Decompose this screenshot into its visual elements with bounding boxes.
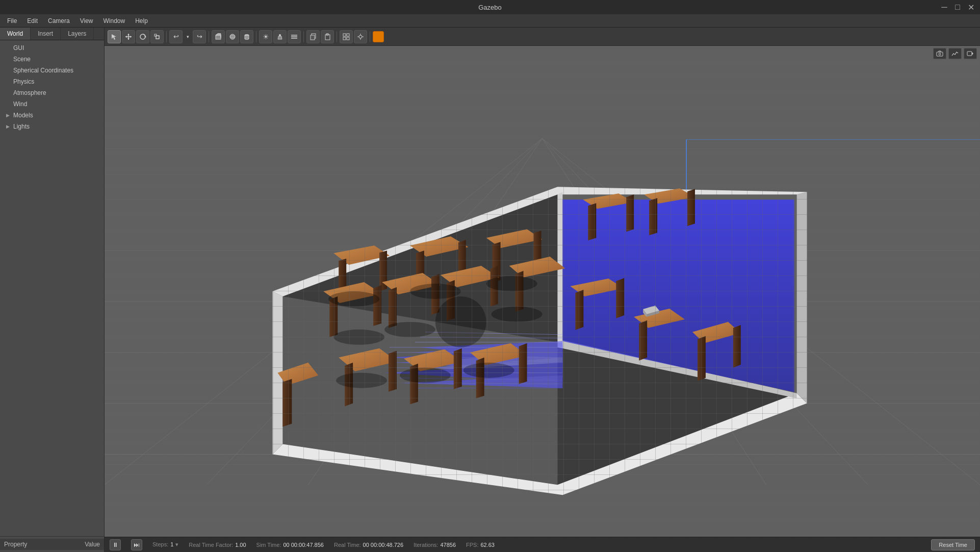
undo-dropdown[interactable]: ▾ — [184, 30, 192, 43]
sep-5 — [337, 31, 337, 42]
svg-marker-96 — [389, 287, 397, 328]
tree-item-models[interactable]: ▶ Models — [0, 110, 104, 121]
svg-point-11 — [230, 34, 235, 39]
property-panel: Property Value — [0, 536, 104, 552]
svg-point-137 — [400, 368, 451, 383]
tree-label-models: Models — [13, 112, 33, 119]
copy-button[interactable] — [306, 30, 320, 43]
record-button[interactable] — [964, 48, 977, 59]
directional-light-button[interactable] — [288, 30, 301, 43]
svg-marker-143 — [972, 52, 973, 55]
tree-item-physics[interactable]: Physics — [0, 76, 104, 87]
svg-marker-4 — [125, 36, 127, 38]
menu-camera[interactable]: Camera — [43, 16, 75, 26]
sim-time: Sim Time: 00 00:00:47.856 — [256, 542, 324, 548]
viewport[interactable] — [105, 46, 980, 537]
svg-point-14 — [245, 34, 249, 36]
tree-item-spherical-coordinates[interactable]: Spherical Coordinates — [0, 65, 104, 76]
app-title: Gazebo — [478, 4, 502, 11]
box-button[interactable] — [212, 30, 225, 43]
sphere-button[interactable] — [226, 30, 239, 43]
menu-edit[interactable]: Edit — [22, 16, 43, 26]
svg-marker-119 — [698, 336, 706, 381]
svg-marker-83 — [379, 250, 387, 291]
tree-item-wind[interactable]: Wind — [0, 98, 104, 110]
tab-insert[interactable]: Insert — [31, 28, 61, 40]
tree-label-spherical: Spherical Coordinates — [13, 67, 73, 74]
svg-point-15 — [245, 38, 249, 39]
screenshot-button[interactable] — [933, 48, 946, 59]
svg-marker-57 — [797, 192, 807, 403]
svg-marker-113 — [588, 203, 596, 240]
minimize-button[interactable]: ─ — [939, 3, 949, 12]
iterations: Iterations: 47856 — [414, 542, 456, 548]
svg-point-28 — [359, 35, 362, 38]
color-button[interactable] — [373, 31, 384, 42]
3d-scene — [105, 46, 980, 537]
paste-button[interactable] — [321, 30, 334, 43]
sep-1 — [166, 31, 167, 42]
menu-view[interactable]: View — [75, 16, 98, 26]
spot-light-button[interactable] — [273, 30, 287, 43]
menu-help[interactable]: Help — [130, 16, 153, 26]
svg-point-141 — [939, 53, 941, 55]
tab-world[interactable]: World — [0, 28, 31, 40]
real-time: Real Time: 00 00:00:48.726 — [334, 542, 403, 548]
svg-point-134 — [435, 296, 486, 347]
svg-rect-24 — [343, 34, 346, 36]
sep-3 — [256, 31, 256, 42]
tree-item-gui[interactable]: GUI — [0, 42, 104, 54]
chart-button[interactable] — [948, 48, 962, 59]
rotate-button[interactable] — [136, 30, 149, 43]
svg-rect-21 — [311, 35, 315, 40]
menu-file[interactable]: File — [2, 16, 22, 26]
svg-marker-111 — [519, 343, 527, 384]
svg-marker-5 — [130, 36, 132, 38]
scale-button[interactable] — [150, 30, 164, 43]
reset-time-button[interactable]: Reset Time — [931, 539, 975, 550]
menu-window[interactable]: Window — [98, 16, 131, 26]
tree-label-gui: GUI — [13, 44, 24, 52]
svg-rect-25 — [347, 34, 349, 36]
svg-marker-3 — [127, 38, 130, 40]
tree-item-atmosphere[interactable]: Atmosphere — [0, 87, 104, 98]
svg-marker-117 — [687, 189, 695, 226]
svg-point-16 — [279, 34, 281, 36]
maximize-button[interactable]: □ — [952, 3, 963, 12]
arrow-models: ▶ — [6, 113, 11, 118]
step-button[interactable]: ⏭ — [131, 539, 142, 550]
realtime-factor: Real Time Factor: 1.00 — [189, 542, 246, 548]
sidebar-tree: GUI Scene Spherical Coordinates Physics … — [0, 40, 104, 536]
snap-button[interactable] — [340, 30, 353, 43]
tree-label-atmosphere: Atmosphere — [13, 89, 46, 96]
undo-button[interactable]: ↩ — [169, 30, 183, 43]
translate-button[interactable] — [122, 30, 135, 43]
menubar: File Edit Camera View Window Help — [0, 14, 980, 28]
svg-point-130 — [410, 284, 461, 299]
svg-point-133 — [384, 322, 435, 337]
redo-button[interactable]: ↪ — [193, 30, 206, 43]
tree-item-lights[interactable]: ▶ Lights — [0, 121, 104, 132]
tab-layers[interactable]: Layers — [61, 28, 94, 40]
fps: FPS: 62.63 — [466, 542, 495, 548]
svg-point-131 — [486, 276, 537, 291]
svg-marker-122 — [575, 290, 583, 330]
svg-marker-94 — [373, 285, 381, 326]
align-button[interactable] — [354, 30, 367, 43]
sidebar: World Insert Layers GUI Scene Spherical … — [0, 28, 105, 552]
tree-item-scene[interactable]: Scene — [0, 54, 104, 65]
select-button[interactable] — [108, 30, 121, 43]
close-button[interactable]: ✕ — [966, 3, 976, 12]
titlebar: Gazebo ─ □ ✕ — [0, 0, 980, 14]
toolbar: ↩ ▾ ↪ — [105, 28, 980, 46]
svg-marker-108 — [454, 348, 462, 389]
main-layout: World Insert Layers GUI Scene Spherical … — [0, 28, 980, 552]
cylinder-button[interactable] — [240, 30, 253, 43]
svg-marker-91 — [282, 379, 292, 427]
tree-label-physics: Physics — [13, 78, 34, 85]
svg-rect-27 — [347, 37, 349, 40]
svg-marker-7 — [144, 36, 146, 37]
pause-button[interactable]: ⏸ — [110, 539, 121, 550]
point-light-button[interactable]: ☀ — [259, 30, 272, 43]
svg-marker-123 — [616, 278, 624, 318]
